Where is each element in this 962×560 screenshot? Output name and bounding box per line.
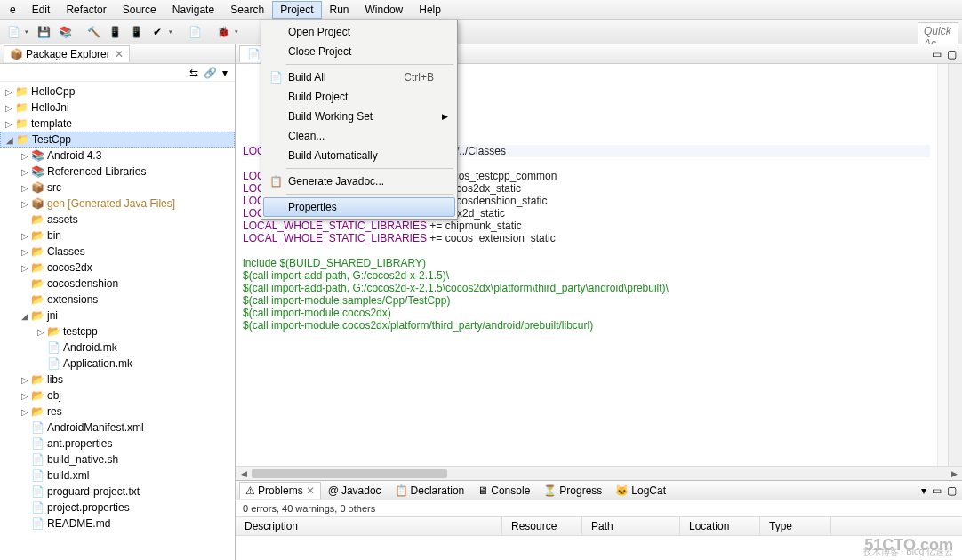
tree-node[interactable]: ▷📚Android 4.3 (0, 148, 235, 164)
menu-item-properties[interactable]: Properties (263, 197, 455, 217)
menu-window[interactable]: Window (357, 1, 412, 19)
tree-node[interactable]: ▷📁HelloCpp (0, 84, 235, 100)
overview-ruler (937, 64, 948, 466)
tree-node[interactable]: 📄ant.properties (0, 436, 235, 452)
tree-node[interactable]: ▷📂testcpp (0, 324, 235, 340)
package-explorer-tab[interactable]: 📦 Package Explorer ✕ (4, 45, 130, 62)
tree-node[interactable]: ▷📂cocos2dx (0, 260, 235, 276)
tree-node[interactable]: 📄Android.mk (0, 340, 235, 356)
menu-icon[interactable]: ▾ (222, 67, 228, 79)
column-header[interactable]: Path (582, 517, 680, 535)
menu-item-build-automatically[interactable]: Build Automatically (263, 146, 455, 165)
bottom-view-tabs: ⚠Problems✕@Javadoc📋Declaration🖥Console⏳P… (236, 481, 962, 500)
column-header[interactable]: Resource (502, 517, 582, 535)
column-header[interactable]: Type (760, 517, 831, 535)
new-xml-icon[interactable]: 📄 (185, 22, 204, 42)
menu-item-open-project[interactable]: Open Project (263, 22, 455, 42)
tree-node[interactable]: ▷📂bin (0, 228, 235, 244)
horizontal-scrollbar[interactable]: ◀ ▶ (236, 466, 962, 480)
view-tab-javadoc[interactable]: @Javadoc (322, 482, 388, 500)
menu-run[interactable]: Run (322, 1, 357, 19)
tree-node[interactable]: ▷📂libs (0, 372, 235, 388)
menu-e[interactable]: e (2, 1, 24, 19)
menu-item-clean-[interactable]: Clean... (263, 126, 455, 146)
tree-node[interactable]: 📄Application.mk (0, 356, 235, 372)
watermark-sub: 技术博客 · Blog 亿速云 (863, 546, 953, 558)
maximize-icon[interactable]: ▢ (947, 484, 957, 497)
menu-project[interactable]: Project (272, 1, 321, 19)
menu-item-generate-javadoc-[interactable]: 📋Generate Javadoc... (263, 172, 455, 191)
debug-icon[interactable]: 🐞 (213, 22, 233, 42)
view-tab-problems[interactable]: ⚠Problems✕ (239, 482, 321, 499)
view-tab-console[interactable]: 🖥Console (471, 482, 536, 500)
avd-icon[interactable]: 📱 (126, 22, 146, 42)
menu-help[interactable]: Help (411, 1, 449, 19)
sdk-icon[interactable]: 📱 (105, 22, 124, 42)
vertical-scrollbar[interactable] (948, 64, 962, 466)
tree-node[interactable]: ◢📁TestCpp (0, 132, 235, 148)
bottom-panel: ⚠Problems✕@Javadoc📋Declaration🖥Console⏳P… (236, 480, 962, 560)
tree-node[interactable]: ▷📦gen [Generated Java Files] (0, 196, 235, 212)
tree-node[interactable]: 📄proguard-project.txt (0, 484, 235, 500)
view-menu-icon[interactable]: ▾ (921, 484, 926, 497)
tree-node[interactable]: ▷📂Classes (0, 244, 235, 260)
hammer-icon[interactable]: 🔨 (84, 22, 103, 42)
menu-item-build-all[interactable]: 📄Build AllCtrl+B (263, 68, 455, 87)
view-tab-progress[interactable]: ⏳Progress (537, 482, 608, 500)
package-explorer-view: 📦 Package Explorer ✕ ⇆ 🔗 ▾ ▷📁HelloCpp▷📁H… (0, 44, 236, 560)
scroll-left-icon[interactable]: ◀ (237, 469, 250, 478)
close-icon[interactable]: ✕ (115, 48, 124, 60)
menu-item-build-project[interactable]: Build Project (263, 87, 455, 107)
menu-navigate[interactable]: Navigate (164, 1, 222, 19)
project-tree[interactable]: ▷📁HelloCpp▷📁HelloJni▷📁template◢📁TestCpp▷… (0, 82, 235, 560)
menu-refactor[interactable]: Refactor (58, 1, 114, 19)
package-icon: 📦 (10, 48, 23, 60)
menu-source[interactable]: Source (115, 1, 164, 19)
problems-table-header: DescriptionResourcePathLocationType (236, 516, 962, 536)
menu-search[interactable]: Search (222, 1, 272, 19)
view-toolbar: ⇆ 🔗 ▾ (0, 64, 235, 82)
project-menu[interactable]: Open ProjectClose Project📄Build AllCtrl+… (261, 20, 458, 220)
tree-node[interactable]: ▷📦src (0, 180, 235, 196)
tree-node[interactable]: ▷📂res (0, 404, 235, 420)
tree-node[interactable]: ◢📂jni (0, 308, 235, 324)
column-header[interactable]: Description (236, 517, 502, 535)
collapse-icon[interactable]: ⇆ (189, 67, 198, 79)
tree-node[interactable]: 📄build.xml (0, 468, 235, 484)
tree-node[interactable]: 📄project.properties (0, 500, 235, 516)
save-all-icon[interactable]: 📚 (55, 22, 75, 42)
tree-node[interactable]: 📄build_native.sh (0, 452, 235, 468)
menu-edit[interactable]: Edit (24, 1, 59, 19)
view-tab-declaration[interactable]: 📋Declaration (389, 482, 471, 500)
new-icon[interactable]: 📄 (4, 22, 23, 42)
save-icon[interactable]: 💾 (34, 22, 53, 42)
package-explorer-label: Package Explorer (26, 48, 110, 60)
menu-item-close-project[interactable]: Close Project (263, 42, 455, 61)
scroll-right-icon[interactable]: ▶ (948, 469, 960, 478)
tree-node[interactable]: 📄README.md (0, 516, 235, 532)
tree-node[interactable]: ▷📚Referenced Libraries (0, 164, 235, 180)
tree-node[interactable]: 📂cocosdenshion (0, 276, 235, 292)
menu-item-build-working-set[interactable]: Build Working Set▶ (263, 107, 455, 126)
menubar: eEditRefactorSourceNavigateSearchProject… (0, 0, 962, 20)
lint-icon[interactable]: ✔ (148, 22, 167, 42)
tree-node[interactable]: 📄AndroidManifest.xml (0, 420, 235, 436)
main-toolbar: 📄▾ 💾 📚 🔨 📱 📱 ✔▾ 📄 🐞▾ Quick Ac (0, 20, 962, 44)
minimize-icon[interactable]: ▢ (947, 48, 957, 60)
tree-node[interactable]: 📂extensions (0, 292, 235, 308)
maximize-icon[interactable]: ▭ (932, 48, 942, 60)
minimize-icon[interactable]: ▭ (932, 484, 942, 497)
tree-node[interactable]: ▷📂obj (0, 388, 235, 404)
tree-node[interactable]: 📂assets (0, 212, 235, 228)
problems-summary: 0 errors, 40 warnings, 0 others (236, 500, 962, 516)
view-tab-logcat[interactable]: 🐱LogCat (609, 482, 672, 500)
scroll-thumb[interactable] (252, 469, 447, 478)
tree-node[interactable]: ▷📁template (0, 116, 235, 132)
link-icon[interactable]: 🔗 (204, 67, 217, 79)
tree-node[interactable]: ▷📁HelloJni (0, 100, 235, 116)
column-header[interactable]: Location (680, 517, 760, 535)
